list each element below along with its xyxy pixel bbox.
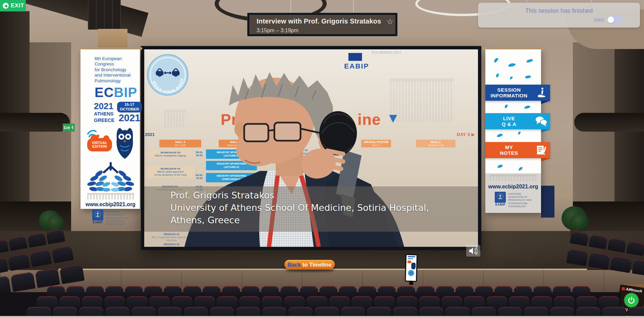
seat <box>144 286 162 298</box>
chat-bubbles-icon <box>533 116 550 126</box>
poster-standee <box>405 254 418 282</box>
wall-exit-label: Exit <box>64 126 70 130</box>
seat <box>455 286 474 298</box>
congress-poster: 6th European Congress for Bronchology an… <box>80 49 140 209</box>
cable <box>290 0 291 13</box>
congress-title: 6th European Congress for Bronchology an… <box>85 56 136 84</box>
seat <box>105 286 123 298</box>
live-qa-button[interactable]: LIVE Q & A <box>485 113 550 129</box>
back-to-timeline-button[interactable]: Back to Timeline <box>284 260 335 269</box>
back-arrow-icon: ◀ <box>3 3 9 9</box>
seat <box>514 286 532 298</box>
dnd-toggle-knob <box>607 16 614 23</box>
seat <box>59 264 85 284</box>
congress-dates: 2021 ATHENS GREECE 15-17OCTOBER 2021 <box>85 102 136 123</box>
session-title-banner: Interview with Prof. Grigoris Stratakos … <box>247 13 397 36</box>
airtouch-brand: AIRtouch <box>626 287 642 293</box>
panel-footer: www.ecbip2021.org EABIP EUROPEAN ASSOCIA… <box>485 173 541 213</box>
virtual-edition-badge: VIRTUALEDITION <box>87 138 112 151</box>
acropolis-silhouette <box>490 175 537 181</box>
caption-affiliation: University of Athens School Of Medicine,… <box>170 201 429 214</box>
seat <box>588 252 610 270</box>
main-video-screen: WEAR YOUR MASK EABIP PULMONOLOGY Progr i… <box>141 46 481 250</box>
power-button[interactable] <box>624 292 639 308</box>
ecbip-logo: ECBIP <box>85 86 136 99</box>
leaf-lungs-graphic <box>86 162 136 193</box>
right-balcony <box>574 113 644 132</box>
left-balcony <box>0 113 70 132</box>
exit-button[interactable]: ◀ EXIT <box>0 0 26 11</box>
seat <box>553 286 571 298</box>
owl-graphic-row: VIRTUALEDITION <box>85 125 136 162</box>
exit-runner-icon <box>71 126 74 130</box>
seat <box>475 286 493 298</box>
seat <box>125 286 143 298</box>
seat <box>280 286 299 298</box>
lower-third-caption: Prof. Grigoris Stratakos University of A… <box>144 186 478 232</box>
seat <box>222 286 240 298</box>
wood-column <box>98 29 127 48</box>
website-url: www.ecbip2021.org <box>485 184 541 190</box>
seat <box>203 286 221 298</box>
eu-flag-icon <box>495 192 506 203</box>
seat <box>86 286 104 298</box>
my-notes-button[interactable]: MY NOTES <box>485 142 550 158</box>
seat <box>358 286 376 298</box>
eu-flag-icon <box>92 210 103 221</box>
seat <box>436 286 454 298</box>
eabip-association-logo: EABIP EUROPEAN ASSOCIATION OF BRONCHOLOG… <box>485 192 541 208</box>
session-title: Interview with Prof. Grigoris Stratakos <box>257 17 381 25</box>
caption-location: Athens, Greece <box>170 214 429 226</box>
seat <box>47 286 65 298</box>
seat <box>533 286 551 298</box>
video-player[interactable]: WEAR YOUR MASK EABIP PULMONOLOGY Progr i… <box>144 49 478 247</box>
notes-pencil-icon <box>533 145 550 155</box>
seat-row <box>47 286 592 298</box>
favorite-star-icon[interactable]: ☆ <box>387 17 393 26</box>
seat <box>417 286 435 298</box>
standee-base <box>409 282 413 285</box>
floor-strip <box>0 316 644 318</box>
seat <box>610 255 632 273</box>
wall-exit-sign: Exit <box>63 124 75 132</box>
seat <box>566 248 588 266</box>
owl-icon <box>113 125 136 161</box>
seat <box>319 286 337 298</box>
info-hand-icon <box>533 87 550 98</box>
seat <box>397 286 415 298</box>
session-information-button[interactable]: SESSION INFORMATION <box>485 85 550 101</box>
seat <box>300 286 318 298</box>
dnd-label: DND <box>594 17 604 22</box>
acropolis-silhouette <box>87 193 134 199</box>
power-icon <box>627 296 636 305</box>
virtual-congress-stage: Exit <box>0 0 644 318</box>
seat <box>10 272 36 292</box>
volume-button[interactable] <box>466 245 480 257</box>
ribbon-fold <box>541 101 550 104</box>
session-status-message: This session has finished <box>478 7 640 14</box>
website-url: www.ecbip2021.org <box>85 201 136 208</box>
seat <box>494 286 513 298</box>
speaker-array <box>88 0 121 30</box>
date-pill: 15-17OCTOBER <box>117 102 142 112</box>
session-tools-panel: SESSION INFORMATION LIVE Q & A <box>485 49 541 213</box>
seat <box>35 268 60 288</box>
cable <box>353 0 354 13</box>
seat <box>378 286 396 298</box>
seat <box>66 286 85 298</box>
session-time: 3:15pm – 3:19pm <box>257 28 395 34</box>
plant <box>570 213 589 232</box>
ribbon-fold <box>541 158 550 162</box>
side-screen-edge <box>541 186 554 218</box>
session-status-panel: This session has finished DND <box>478 3 640 28</box>
ribbon-fold <box>541 129 550 133</box>
exit-label: EXIT <box>11 2 24 9</box>
eabip-association-logo: EABIP EUROPEAN ASSOCIATION OF BRONCHOLOG… <box>85 210 136 226</box>
seat <box>164 286 182 298</box>
speaker-icon <box>469 247 478 255</box>
seat <box>183 286 201 298</box>
dnd-toggle[interactable] <box>607 16 623 24</box>
seat <box>241 286 260 298</box>
caption-name: Prof. Grigoris Stratakos <box>170 189 429 201</box>
seat <box>572 286 590 298</box>
